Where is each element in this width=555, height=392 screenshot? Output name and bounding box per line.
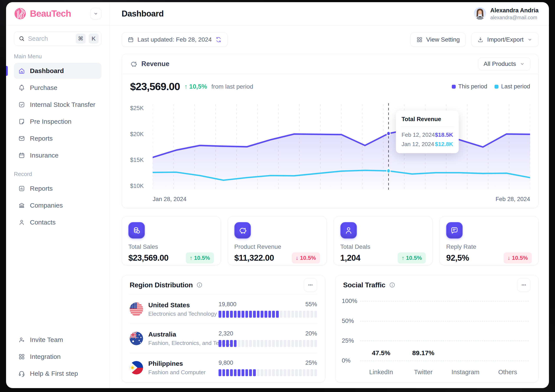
region-more-button[interactable] bbox=[304, 278, 317, 292]
x-axis-start-label: Jan 28, 2024 bbox=[153, 196, 186, 203]
progress-segment bbox=[261, 311, 263, 318]
revenue-chart[interactable]: $25K$20K$15K$10K Total Revenue Feb 12, 2… bbox=[130, 98, 530, 192]
social-title: Social Traffic bbox=[343, 281, 386, 289]
sidebar-item-companies[interactable]: Companies bbox=[14, 197, 102, 213]
progress-segment bbox=[257, 340, 260, 347]
revenue-card: Revenue All Products $23,569.00 ↑ 10,5% … bbox=[122, 54, 539, 208]
progress-segment bbox=[234, 311, 237, 318]
progress-segment bbox=[307, 369, 309, 376]
revenue-line-chart-svg bbox=[153, 98, 530, 192]
region-row-au: Australia Fashion, Electronics, and Tech… bbox=[130, 324, 317, 353]
sidebar-item-integration[interactable]: Integration bbox=[14, 349, 102, 365]
info-icon[interactable] bbox=[389, 282, 395, 288]
revenue-change-note: from last period bbox=[211, 83, 253, 90]
k-key-badge: K bbox=[89, 34, 99, 44]
top-header: Dashboard Alexandra Andria alexandra@mai… bbox=[110, 2, 549, 26]
flag-au-icon bbox=[130, 332, 143, 345]
progress-segment bbox=[268, 340, 271, 347]
sidebar-item-invite-team[interactable]: Invite Team bbox=[14, 332, 102, 348]
sidebar-item-label: Insurance bbox=[30, 152, 58, 159]
progress-segment bbox=[241, 369, 244, 376]
progress-segment bbox=[261, 340, 263, 347]
import-export-button[interactable]: Import/Export bbox=[471, 32, 539, 47]
sidebar-item-reports[interactable]: Reports bbox=[14, 181, 102, 196]
progress-segment bbox=[299, 369, 302, 376]
progress-segment bbox=[307, 311, 309, 318]
legend-label: This period bbox=[458, 83, 487, 90]
progress-segment bbox=[219, 340, 221, 347]
gridline bbox=[360, 321, 529, 321]
progress-segment bbox=[299, 311, 302, 318]
stat-label: Reply Rate bbox=[446, 243, 532, 250]
sidebar-item-insurance[interactable]: Insurance bbox=[14, 147, 102, 163]
last-updated-pill[interactable]: Last updated: Feb 28, 2024 bbox=[122, 32, 228, 47]
progress-segment bbox=[219, 369, 221, 376]
refresh-icon[interactable] bbox=[215, 36, 222, 43]
bell-icon bbox=[18, 84, 25, 91]
progress-segment bbox=[238, 369, 241, 376]
social-x-label: Instagram bbox=[445, 369, 487, 376]
chevron-down-icon bbox=[527, 37, 533, 43]
stat-value: 92,5% bbox=[446, 253, 469, 263]
progress-segment bbox=[291, 369, 294, 376]
legend-item[interactable]: Last period bbox=[495, 83, 530, 90]
section-label: Main Menu bbox=[14, 53, 102, 60]
sidebar-item-label: Reports bbox=[30, 135, 53, 142]
tooltip-title: Total Revenue bbox=[402, 116, 453, 123]
revenue-amount: $23,569.00 bbox=[130, 81, 180, 93]
progress-segment bbox=[284, 369, 286, 376]
sidebar-item-dashboard[interactable]: Dashboard bbox=[14, 63, 102, 79]
sidebar-item-help-first-step[interactable]: Help & First step bbox=[14, 366, 102, 382]
progress-segment bbox=[303, 311, 306, 318]
chevron-down-icon bbox=[93, 11, 99, 16]
sidebar-nav: Main Menu Dashboard Purchase Internal St… bbox=[14, 46, 102, 230]
search-box[interactable]: ⌘ K bbox=[14, 31, 102, 46]
social-more-button[interactable] bbox=[517, 278, 531, 292]
social-y-tick: 25% bbox=[342, 337, 354, 344]
revenue-plot-area[interactable]: Total Revenue Feb 12, 2024$18.5KJan 12, … bbox=[153, 98, 530, 192]
progress-segment bbox=[249, 340, 252, 347]
progress-segment bbox=[314, 311, 317, 318]
progress-segment bbox=[230, 340, 233, 347]
piggy-icon bbox=[234, 222, 251, 239]
stat-card-total-deals: Total Deals 1,204 ↑ 10.5% bbox=[334, 216, 433, 265]
view-setting-button[interactable]: View Setting bbox=[410, 32, 466, 47]
last-updated-text: Last updated: Feb 28, 2024 bbox=[138, 36, 212, 43]
progress-segment bbox=[272, 311, 275, 318]
progress-segment bbox=[276, 369, 279, 376]
divider bbox=[6, 25, 109, 25]
import-export-label: Import/Export bbox=[487, 36, 524, 43]
coins-icon bbox=[128, 222, 145, 239]
social-chart: 100%50%25%0% 47.5%89.17% LinkedInTwitter… bbox=[335, 295, 539, 382]
info-icon[interactable] bbox=[196, 282, 203, 288]
products-filter-dropdown[interactable]: All Products bbox=[478, 58, 531, 70]
legend-swatch bbox=[495, 85, 498, 89]
region-progress-bar bbox=[219, 369, 317, 376]
progress-segment bbox=[234, 369, 237, 376]
sidebar-footer: Invite Team Integration Help & First ste… bbox=[14, 332, 102, 388]
region-title: Region Distribution bbox=[130, 281, 193, 289]
sidebar-item-internal-stock-transfer[interactable]: Internal Stock Transfer bbox=[14, 97, 102, 113]
sidebar-item-pre-inspection[interactable]: Pre Inspection bbox=[14, 114, 102, 130]
sidebar-collapse-button[interactable] bbox=[90, 8, 102, 19]
content: Last updated: Feb 28, 2024 View Setting … bbox=[110, 26, 549, 388]
grid-icon bbox=[18, 353, 25, 360]
app-window: BeauTech ⌘ K Main Menu Dashboard Purchas… bbox=[6, 2, 549, 388]
social-traffic-card: Social Traffic 100%50%25%0% 47.5%89.17% … bbox=[335, 275, 539, 383]
social-plot-area[interactable]: 47.5%89.17% bbox=[360, 301, 529, 361]
region-country: Australia bbox=[148, 331, 213, 338]
progress-segment bbox=[222, 311, 225, 318]
search-input[interactable] bbox=[28, 35, 73, 42]
legend-item[interactable]: This period bbox=[452, 83, 487, 90]
sidebar-item-purchase[interactable]: Purchase bbox=[14, 80, 102, 96]
region-category: Fashion, Electronics, and Tech… bbox=[148, 340, 213, 347]
social-x-label: Twitter bbox=[402, 369, 445, 376]
sidebar-item-label: Dashboard bbox=[30, 67, 64, 74]
sidebar-item-contacts[interactable]: Contacts bbox=[14, 214, 102, 230]
person-icon bbox=[18, 219, 25, 226]
user-menu[interactable]: Alexandra Andria alexandra@mail.com bbox=[474, 7, 539, 21]
progress-segment bbox=[287, 340, 290, 347]
y-axis-tick: $20K bbox=[130, 131, 144, 137]
chevron-down-icon bbox=[519, 61, 525, 67]
sidebar-item-reports[interactable]: Reports bbox=[14, 131, 102, 146]
